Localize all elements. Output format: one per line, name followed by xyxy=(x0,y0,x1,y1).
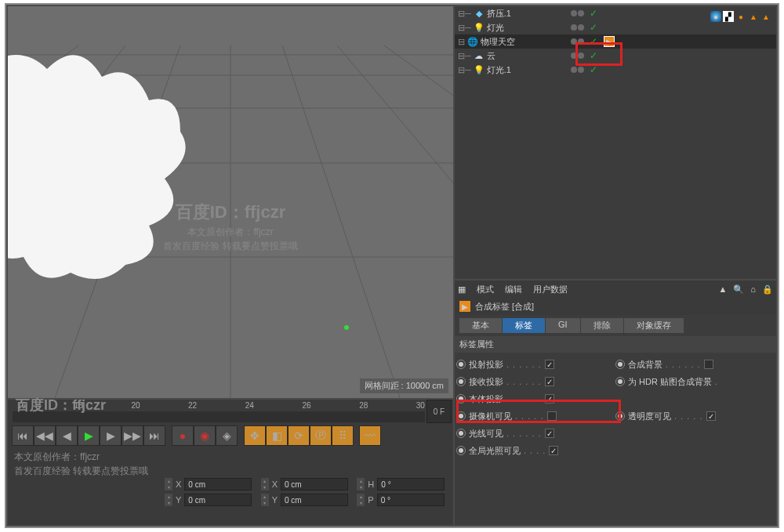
rotate-tool[interactable]: ⟳ xyxy=(288,425,310,446)
tab-4[interactable]: 对象缓存 xyxy=(624,318,684,333)
prev-frame-button[interactable]: ◀ xyxy=(56,425,78,446)
tick-label: 18 xyxy=(74,401,83,410)
attribute-manager[interactable]: ▦ 模式 编辑 用户数据 ▲ 🔍 ⌂ 🔒 ▶ 合成标签 [合成] 基本标签GI排… xyxy=(455,280,776,525)
attr-menubar[interactable]: ▦ 模式 编辑 用户数据 ▲ 🔍 ⌂ 🔒 xyxy=(455,280,776,298)
pla-tool[interactable]: ⠿ xyxy=(332,425,354,446)
visibility-dots[interactable] xyxy=(571,38,590,45)
grid-icon[interactable]: ▦ xyxy=(458,284,466,295)
visibility-dots[interactable] xyxy=(571,24,590,31)
goto-start-button[interactable]: ⏮ xyxy=(12,425,34,446)
object-name: 灯光.1 xyxy=(487,64,511,76)
checkbox[interactable] xyxy=(545,360,554,369)
radio-icon[interactable] xyxy=(456,377,466,386)
checkbox[interactable] xyxy=(706,411,716,421)
tab-0[interactable]: 基本 xyxy=(459,318,502,333)
compositing-tag-icon[interactable]: ▶ xyxy=(604,36,615,47)
radio-icon[interactable] xyxy=(456,429,466,438)
axis-label: Y xyxy=(176,495,181,505)
viewport-3d[interactable]: 百度ID：ffjczr 本文原创作者：ffjczr 首发百度经验 转载要点赞投票… xyxy=(8,6,453,398)
tab-2[interactable]: GI xyxy=(546,318,580,333)
triangle-icon[interactable]: ▲ xyxy=(760,11,771,22)
checkbox[interactable] xyxy=(545,429,554,438)
param-tool[interactable]: Ⓟ xyxy=(310,425,332,446)
object-manager[interactable]: ● ▞ ● ▲ ▲ ⊟─◆挤压.1✓⊟─💡灯光✓⊟🌐物理天空✓▶⊟─☁云✓⊟─💡… xyxy=(455,6,776,279)
object-name: 物理天空 xyxy=(481,36,515,48)
object-row[interactable]: ⊟🌐物理天空✓▶ xyxy=(455,34,776,49)
home-icon[interactable]: ⌂ xyxy=(750,284,756,295)
prop-label: 本体投影 xyxy=(469,393,503,405)
scale-tool[interactable]: ◧ xyxy=(266,425,288,446)
radio-icon[interactable] xyxy=(456,411,466,421)
enable-check[interactable]: ✓ xyxy=(590,64,597,75)
radio-icon[interactable] xyxy=(456,446,466,455)
spinner[interactable]: ▴▾ xyxy=(357,478,365,490)
timeline-ruler[interactable]: 1618202224262830 xyxy=(8,400,453,410)
dot-icon[interactable]: ● xyxy=(735,11,746,22)
spinner[interactable]: ▴▾ xyxy=(261,478,269,490)
prev-key-button[interactable]: ◀◀ xyxy=(34,425,56,446)
tick-label: 20 xyxy=(131,401,140,410)
fcurve-button[interactable]: 〰 xyxy=(359,425,381,446)
checkbox[interactable] xyxy=(547,411,557,421)
search-icon[interactable]: 🔍 xyxy=(733,284,744,295)
play-button[interactable]: ▶ xyxy=(78,425,100,446)
radio-icon[interactable] xyxy=(456,394,466,404)
next-frame-button[interactable]: ▶ xyxy=(100,425,122,446)
prop-label: 投射投影 xyxy=(469,359,503,371)
spinner[interactable]: ▴▾ xyxy=(357,494,365,506)
object-row[interactable]: ⊟─☁云✓ xyxy=(455,49,776,63)
menu-userdata[interactable]: 用户数据 xyxy=(533,284,568,295)
checkbox[interactable] xyxy=(545,394,554,404)
coord-input-H[interactable] xyxy=(377,478,445,490)
move-tool[interactable]: ✥ xyxy=(244,425,266,446)
object-name: 挤压.1 xyxy=(487,8,511,20)
visibility-dots[interactable] xyxy=(571,52,590,59)
autokey-button[interactable]: ◉ xyxy=(194,425,216,446)
attr-tabs[interactable]: 基本标签GI排除对象缓存 xyxy=(455,315,776,336)
enable-check[interactable]: ✓ xyxy=(590,36,597,47)
coord-input-P[interactable] xyxy=(377,494,445,506)
prop-label: 合成背景 xyxy=(628,359,662,371)
enable-check[interactable]: ✓ xyxy=(590,22,597,33)
coord-input-X[interactable] xyxy=(281,478,348,490)
spinner[interactable]: ▴▾ xyxy=(165,494,172,506)
tab-1[interactable]: 标签 xyxy=(503,318,545,333)
nav-up-icon[interactable]: ▲ xyxy=(718,284,727,295)
coordinates-manager[interactable]: 本文原创作者：ffjczr 首发百度经验 转载要点赞投票哦 ▴▾X▴▾X▴▾H▴… xyxy=(8,448,453,525)
triangle-icon[interactable]: ▲ xyxy=(748,11,759,22)
goto-end-button[interactable]: ⏭ xyxy=(143,425,165,446)
checker-icon[interactable]: ▞ xyxy=(723,11,734,22)
radio-icon[interactable] xyxy=(615,411,625,421)
enable-check[interactable]: ✓ xyxy=(590,50,597,61)
visibility-dots[interactable] xyxy=(571,67,590,73)
lock-icon[interactable]: 🔒 xyxy=(762,284,773,295)
sphere-icon[interactable]: ● xyxy=(710,11,721,22)
next-key-button[interactable]: ▶▶ xyxy=(122,425,143,446)
object-name: 云 xyxy=(487,50,495,62)
spinner[interactable]: ▴▾ xyxy=(165,478,172,490)
checkbox[interactable] xyxy=(704,360,713,369)
radio-icon[interactable] xyxy=(456,360,466,369)
visibility-dots[interactable] xyxy=(571,10,590,16)
coord-input-X[interactable] xyxy=(184,478,252,490)
menu-edit[interactable]: 编辑 xyxy=(505,284,522,295)
record-button[interactable]: ● xyxy=(172,425,194,446)
checkbox[interactable] xyxy=(545,377,554,386)
coord-input-Y[interactable] xyxy=(281,494,348,506)
checkbox[interactable] xyxy=(549,446,558,455)
radio-icon[interactable] xyxy=(615,360,625,369)
timeline-track[interactable] xyxy=(13,411,425,422)
menu-mode[interactable]: 模式 xyxy=(477,284,494,295)
radio-icon[interactable] xyxy=(615,377,625,386)
tab-3[interactable]: 排除 xyxy=(581,318,623,333)
keyframe-sel-button[interactable]: ◈ xyxy=(216,425,238,446)
enable-check[interactable]: ✓ xyxy=(590,8,597,19)
prop-label: 接收投影 xyxy=(469,376,503,388)
frame-field[interactable]: 0 F xyxy=(426,400,452,423)
coord-input-Y[interactable] xyxy=(184,494,252,506)
spinner[interactable]: ▴▾ xyxy=(261,494,269,506)
playback-toolbar[interactable]: ⏮ ◀◀ ◀ ▶ ▶ ▶▶ ⏭ ● ◉ ◈ ✥ ◧ ⟳ Ⓟ ⠿ xyxy=(8,424,453,447)
tick-label: 30 xyxy=(416,401,425,410)
object-row[interactable]: ⊟─💡灯光.1✓ xyxy=(455,63,776,77)
timeline[interactable]: 0 F 1618202224262830 ⏮ ◀◀ ◀ ▶ ▶ ▶▶ ⏭ ● ◉… xyxy=(8,400,453,448)
